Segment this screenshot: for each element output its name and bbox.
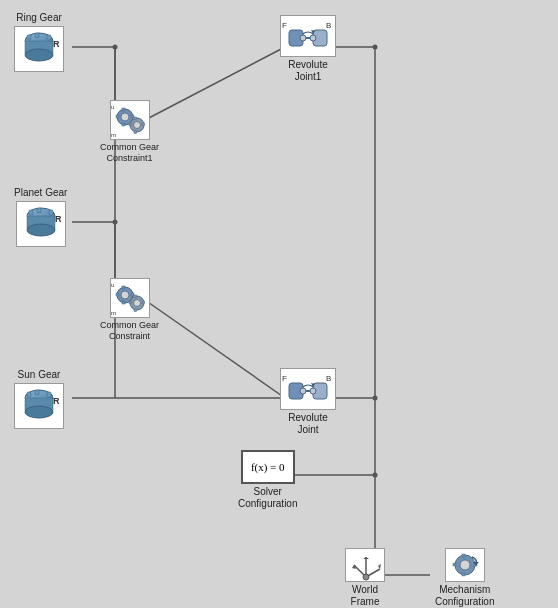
- revolute-joint-block[interactable]: F B RevoluteJoint: [280, 368, 336, 436]
- svg-rect-41: [35, 390, 39, 395]
- svg-marker-93: [378, 564, 381, 569]
- svg-point-36: [27, 224, 55, 236]
- svg-point-86: [300, 388, 306, 394]
- svg-text:R: R: [53, 396, 60, 406]
- svg-text:u: u: [111, 282, 114, 288]
- svg-rect-54: [134, 131, 137, 134]
- mechanism-config-icon: [445, 548, 485, 582]
- sun-gear-block[interactable]: Sun Gear R: [14, 367, 64, 429]
- ring-gear-icon: R: [14, 26, 64, 72]
- solver-config-text: f(x) = 0: [251, 461, 285, 473]
- svg-point-21: [373, 45, 378, 50]
- svg-text:F: F: [282, 21, 287, 30]
- mechanism-config-label: MechanismConfiguration: [435, 584, 494, 608]
- svg-point-43: [25, 406, 53, 418]
- svg-rect-56: [142, 123, 145, 126]
- ring-gear-label: Ring Gear: [16, 12, 62, 24]
- svg-rect-32: [29, 210, 33, 215]
- svg-rect-53: [134, 117, 137, 120]
- svg-rect-100: [453, 563, 456, 566]
- svg-text:F: F: [282, 374, 287, 383]
- svg-point-60: [121, 291, 129, 299]
- svg-rect-62: [122, 301, 125, 304]
- world-frame-block[interactable]: WorldFrame: [345, 548, 385, 608]
- planet-gear-block[interactable]: Planet Gear R: [14, 185, 67, 247]
- solver-config-block[interactable]: f(x) = 0 SolverConfiguration: [238, 450, 297, 510]
- solver-config-icon: f(x) = 0: [241, 450, 295, 484]
- svg-rect-50: [131, 115, 134, 118]
- svg-rect-64: [131, 293, 134, 296]
- svg-rect-27: [35, 33, 39, 38]
- revolute-joint1-block[interactable]: F B RevoluteJoint1: [280, 15, 336, 83]
- svg-rect-68: [134, 309, 137, 312]
- svg-point-23: [373, 473, 378, 478]
- svg-rect-99: [462, 573, 465, 576]
- svg-point-87: [310, 388, 316, 394]
- svg-text:m: m: [111, 310, 116, 316]
- ring-gear-block[interactable]: Ring Gear R: [14, 10, 64, 72]
- svg-marker-94: [363, 557, 369, 559]
- svg-rect-25: [27, 35, 31, 40]
- svg-point-19: [113, 45, 118, 50]
- svg-rect-67: [134, 295, 137, 298]
- svg-rect-48: [122, 123, 125, 126]
- common-gear-constraint1-block[interactable]: u m Common GearConstraint1: [100, 100, 159, 164]
- common-gear-constraint-block[interactable]: u m Common GearConstraint: [100, 278, 159, 342]
- svg-rect-34: [37, 208, 41, 213]
- revolute-joint-label: RevoluteJoint: [288, 412, 327, 436]
- svg-rect-33: [49, 210, 53, 215]
- sun-gear-label: Sun Gear: [18, 369, 61, 381]
- solver-config-label: SolverConfiguration: [238, 486, 297, 510]
- svg-point-20: [113, 220, 118, 225]
- svg-rect-98: [462, 554, 465, 557]
- svg-rect-55: [129, 123, 132, 126]
- svg-point-95: [363, 574, 369, 580]
- revolute-joint-icon: F B: [280, 368, 336, 410]
- common-gear-constraint1-label: Common GearConstraint1: [100, 142, 159, 164]
- svg-text:m: m: [111, 132, 116, 138]
- svg-rect-69: [129, 301, 132, 304]
- mechanism-config-block[interactable]: MechanismConfiguration: [435, 548, 494, 608]
- sun-gear-icon: R: [14, 383, 64, 429]
- svg-text:B: B: [326, 21, 331, 30]
- svg-point-79: [310, 35, 316, 41]
- svg-rect-26: [47, 35, 51, 40]
- world-frame-icon: [345, 548, 385, 582]
- svg-rect-40: [47, 392, 51, 397]
- svg-rect-49: [116, 115, 119, 118]
- svg-rect-61: [122, 286, 125, 289]
- svg-point-66: [133, 300, 140, 307]
- svg-point-46: [121, 113, 129, 121]
- common-gear-constraint1-icon: u m: [110, 100, 150, 140]
- planet-gear-icon: R: [16, 201, 66, 247]
- svg-rect-63: [116, 293, 119, 296]
- revolute-joint1-icon: F B: [280, 15, 336, 57]
- common-gear-constraint-label: Common GearConstraint: [100, 320, 159, 342]
- svg-point-22: [373, 396, 378, 401]
- svg-text:B: B: [326, 374, 331, 383]
- svg-text:R: R: [53, 39, 60, 49]
- svg-rect-39: [27, 392, 31, 397]
- svg-point-29: [25, 49, 53, 61]
- svg-point-97: [460, 560, 470, 570]
- svg-point-52: [133, 122, 140, 129]
- common-gear-constraint-icon: u m: [110, 278, 150, 318]
- planet-gear-label: Planet Gear: [14, 187, 67, 199]
- svg-text:R: R: [55, 214, 62, 224]
- svg-line-11: [145, 47, 285, 120]
- world-frame-label: WorldFrame: [351, 584, 380, 608]
- revolute-joint1-label: RevoluteJoint1: [288, 59, 327, 83]
- svg-point-78: [300, 35, 306, 41]
- svg-text:u: u: [111, 104, 114, 110]
- svg-line-12: [145, 300, 285, 398]
- svg-rect-47: [122, 108, 125, 111]
- svg-rect-70: [142, 301, 145, 304]
